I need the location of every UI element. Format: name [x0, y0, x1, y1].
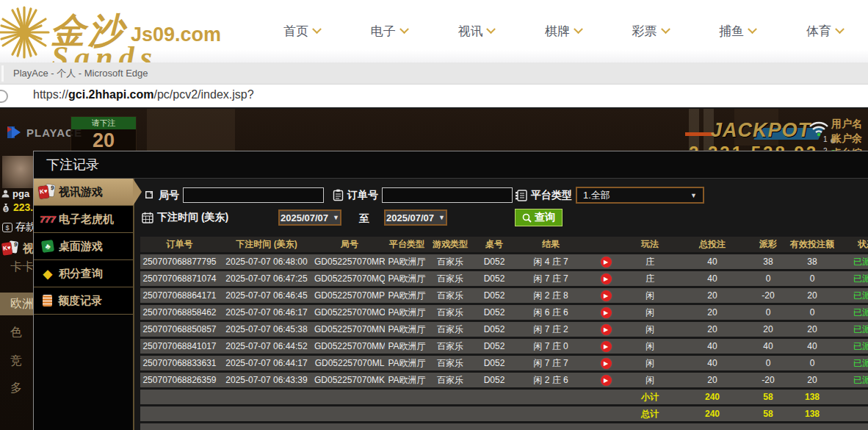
- site-info-icon[interactable]: [0, 90, 8, 103]
- nav-item-home[interactable]: 首页: [258, 0, 346, 62]
- nav-item-cards[interactable]: 棋牌: [520, 0, 607, 62]
- date-to-value: 2025/07/07: [386, 212, 434, 223]
- sidebar-item-label: 视讯游戏: [59, 185, 103, 199]
- person-icon: [1, 190, 10, 198]
- search-button[interactable]: 查询: [515, 209, 563, 226]
- chevron-down-icon: [399, 24, 409, 34]
- sidebar-item-points[interactable]: ◆ 积分查询: [34, 260, 133, 287]
- lobby-item[interactable]: 卡卡: [0, 259, 34, 275]
- dropdown-arrow-icon: ▼: [438, 214, 445, 221]
- dropdown-arrow-icon: ▼: [333, 214, 339, 221]
- sidebar-item-slots[interactable]: 777 电子老虎机: [34, 206, 133, 233]
- modal-content: 局号 订单号 平台类型 1.全部 ▼: [134, 179, 868, 430]
- nav-item-live[interactable]: 视讯: [433, 0, 520, 62]
- cell-payout: 40: [752, 339, 784, 354]
- cell-replay: ▶: [585, 288, 627, 303]
- avatar[interactable]: [2, 156, 33, 188]
- cell-order: 250707068864171: [140, 288, 219, 303]
- search-icon: [522, 213, 532, 223]
- replay-play-button[interactable]: ▶: [601, 375, 612, 386]
- cell-replay: ▶: [585, 271, 627, 286]
- cell-time: 2025-07-07 06:46:45: [219, 288, 314, 303]
- cell-result: 闲 6 庄 6: [517, 305, 585, 320]
- diamond-icon: ◆: [39, 267, 57, 281]
- empty-row: [140, 423, 868, 430]
- cell-order: 250707068841017: [140, 339, 219, 354]
- order-number-input[interactable]: [382, 187, 513, 203]
- cell-order: 250707068858462: [140, 305, 219, 320]
- url-host: gci.2hhapi.com: [68, 88, 153, 101]
- cell-play-type: 庄: [627, 271, 673, 286]
- platform-type-select[interactable]: 1.全部 ▼: [576, 187, 704, 204]
- cell-play-type: 闲: [627, 322, 673, 337]
- sidebar-item-live-games[interactable]: 9K♥ 视讯游戏: [34, 179, 133, 206]
- nav-item-slots[interactable]: 电子: [346, 0, 433, 62]
- cell-order: 250707068871074: [140, 271, 219, 286]
- replay-play-button[interactable]: ▶: [601, 273, 612, 284]
- replay-play-button[interactable]: ▶: [601, 358, 612, 369]
- col-header-status: 状态: [840, 237, 868, 252]
- sun-logo-icon: [0, 3, 53, 62]
- date-to-picker[interactable]: 2025/07/07 ▼: [384, 209, 447, 226]
- cell-replay: ▶: [585, 356, 627, 370]
- nav-label: 棋牌: [545, 23, 570, 40]
- round-number-input[interactable]: [183, 187, 324, 203]
- cell-status: 已派彩: [840, 356, 868, 370]
- bet-records-modal: 下注记录 9K♥ 视讯游戏 777 电子老虎机 ♣ 桌面游戏 ◆ 积分查询: [33, 151, 868, 430]
- platform-type-value: 1.全部: [583, 189, 610, 202]
- site-logo[interactable]: 金沙 Js09.com Sands: [0, 1, 235, 62]
- replay-play-button[interactable]: ▶: [601, 290, 612, 301]
- cell-status: 已派彩: [840, 339, 868, 354]
- wifi-icon: [808, 118, 830, 137]
- replay-play-button[interactable]: ▶: [601, 341, 612, 352]
- logo-script: Sands: [51, 40, 158, 62]
- lobby-item-label: 欧洲: [10, 297, 34, 309]
- cards-icon: 9K♥: [39, 184, 57, 200]
- subtotal-row: 小计 240 58 138: [140, 390, 868, 404]
- cell-valid-bet: 20: [784, 288, 840, 303]
- replay-play-button[interactable]: ▶: [601, 307, 612, 318]
- cell-payout: 20: [752, 322, 784, 337]
- sidebar-item-credit-records[interactable]: 额度记录: [34, 287, 133, 315]
- cell-table: D052: [471, 254, 517, 269]
- replay-play-button[interactable]: ▶: [601, 324, 612, 335]
- bet-prompt-label: 请下注: [71, 117, 136, 129]
- replay-play-button[interactable]: ▶: [601, 257, 612, 268]
- col-header-play-type: 玩法: [627, 237, 673, 252]
- empty-cell: [840, 390, 868, 404]
- table-row: 250707068877795 2025-07-07 06:48:00 GD05…: [140, 254, 868, 269]
- bet-time-label: 下注时间 (美东): [157, 211, 228, 224]
- table-index-1: 1: [823, 135, 828, 143]
- cell-round: GD052257070MK: [314, 373, 385, 387]
- chevron-down-icon: [835, 24, 845, 34]
- cell-payout: 0: [752, 271, 784, 286]
- url-text[interactable]: https://gci.2hhapi.com/pc/pcv2/index.jsp…: [33, 88, 254, 101]
- cell-platform: PA欧洲厅: [385, 373, 429, 387]
- cell-table: D052: [471, 288, 517, 303]
- cell-round: GD052257070MN: [314, 322, 385, 337]
- cell-total-bet: 20: [673, 305, 752, 320]
- lobby-item[interactable]: 多: [0, 381, 34, 396]
- lobby-item-selected[interactable]: 欧洲: [0, 293, 34, 315]
- cell-play-type: 闲: [627, 339, 673, 354]
- col-header-platform: 平台类型: [385, 237, 429, 252]
- cell-platform: PA欧洲厅: [385, 254, 429, 269]
- sidebar-item-table-games[interactable]: ♣ 桌面游戏: [34, 233, 133, 260]
- table-header-row: 订单号 下注时间 (美东) 局号 平台类型 游戏类型 桌号 结果 玩法 总投注 …: [140, 237, 868, 252]
- nav-item-fishing[interactable]: 捕鱼: [694, 0, 781, 62]
- lobby-item[interactable]: 色: [0, 325, 34, 340]
- cell-platform: PA欧洲厅: [385, 322, 429, 337]
- chevron-down-icon: [312, 24, 322, 34]
- nav-item-sports[interactable]: 体育: [781, 0, 868, 62]
- browser-urlbar[interactable]: https://gci.2hhapi.com/pc/pcv2/index.jsp…: [0, 85, 868, 109]
- subtotal-valid-bet: 138: [784, 390, 840, 404]
- nav-item-lottery[interactable]: 彩票: [607, 0, 694, 62]
- lobby-item[interactable]: 竞: [0, 354, 34, 369]
- cell-time: 2025-07-07 06:43:39: [219, 373, 314, 387]
- date-from-picker[interactable]: 2025/07/07 ▼: [278, 209, 341, 226]
- url-path: /pc/pcv2/index.jsp?: [154, 88, 254, 101]
- deposit-button[interactable]: $ 存款: [2, 221, 36, 234]
- cell-result: 闲 2 庄 8: [517, 288, 585, 303]
- cell-status: 已派彩: [840, 254, 868, 269]
- rail-video-tab[interactable]: 9K♥ 视: [2, 241, 34, 257]
